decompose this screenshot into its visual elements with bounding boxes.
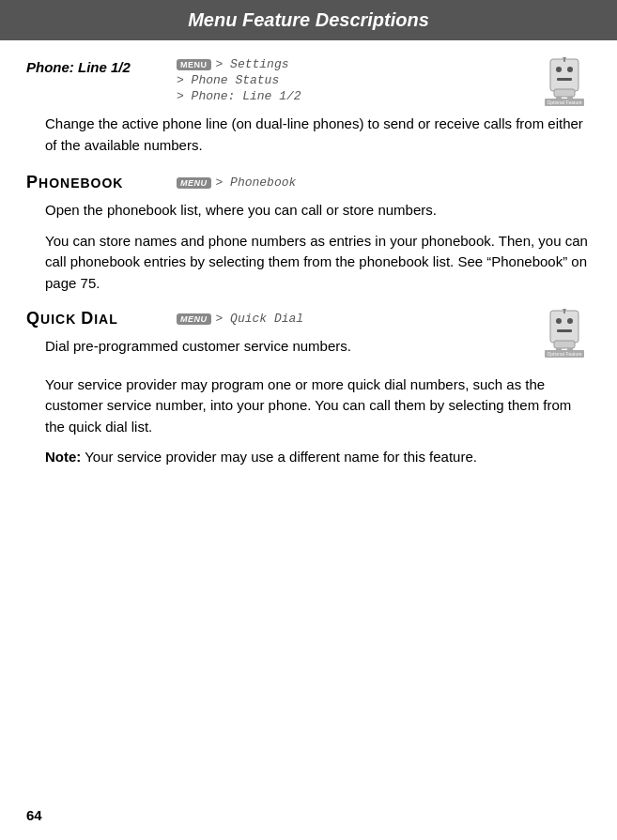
svg-point-12 xyxy=(556,318,562,324)
phone-line-section: Phone: Line 1/2 MENU > Settings > Phone … xyxy=(26,57,591,156)
menu-badge-1: MENU xyxy=(177,59,211,70)
svg-rect-6 xyxy=(554,89,575,97)
optional-feature-icon-2: Optional Feature xyxy=(541,309,588,358)
svg-point-2 xyxy=(567,67,573,72)
menu-path-line-3: > Phone: Line 1/2 xyxy=(177,89,538,103)
svg-rect-3 xyxy=(557,78,572,81)
phonebook-title-rest: HONEBOOK xyxy=(39,176,123,191)
quick-dial-title: QUICK DIAL xyxy=(26,309,177,328)
quick-dial-desc2: Your service provider may program one or… xyxy=(45,374,591,438)
svg-text:Optional Feature: Optional Feature xyxy=(547,99,581,105)
quick-dial-menu-path: MENU > Quick Dial xyxy=(177,312,303,326)
page-title: Menu Feature Descriptions xyxy=(188,9,429,30)
quick-dial-desc1: Dial pre-programmed customer service num… xyxy=(45,336,529,358)
phonebook-desc2: You can store names and phone numbers as… xyxy=(45,231,591,295)
path-phone-status: > Phone Status xyxy=(177,73,279,87)
path-phonebook: > Phonebook xyxy=(216,176,297,190)
page-header: Menu Feature Descriptions xyxy=(0,0,617,40)
optional-feature-badge-2: Optional Feature xyxy=(538,309,591,358)
page-number: 64 xyxy=(26,807,42,823)
quick-dial-d: D xyxy=(81,309,94,328)
svg-rect-17 xyxy=(554,341,575,348)
phone-line-header: Phone: Line 1/2 MENU > Settings > Phone … xyxy=(26,57,591,106)
quick-dial-q: Q xyxy=(26,309,40,328)
path-quick-dial: > Quick Dial xyxy=(216,312,304,326)
menu-badge-phonebook: MENU xyxy=(177,177,211,189)
svg-point-13 xyxy=(567,318,573,324)
menu-path-line-1: MENU > Settings xyxy=(177,57,538,71)
phonebook-title: PHONEBOOK xyxy=(26,173,177,192)
svg-rect-14 xyxy=(557,329,572,332)
quick-dial-note: Note: Your service provider may use a di… xyxy=(45,447,591,468)
note-label: Note: xyxy=(45,449,81,465)
svg-point-1 xyxy=(556,67,562,72)
svg-text:Optional Feature: Optional Feature xyxy=(547,351,581,357)
menu-badge-quickdial: MENU xyxy=(177,313,211,325)
optional-feature-badge-1: Optional Feature xyxy=(538,57,591,106)
path-phone-line: > Phone: Line 1/2 xyxy=(177,89,301,103)
note-content: Your service provider may use a differen… xyxy=(81,449,477,465)
phone-line-menu-path: MENU > Settings > Phone Status > Phone: … xyxy=(177,57,538,105)
quick-dial-ial: IAL xyxy=(94,312,118,327)
quick-dial-section: QUICK DIAL MENU > Quick Dial Dial pre-pr… xyxy=(26,309,591,468)
phone-line-description: Change the active phone line (on dual-li… xyxy=(45,114,591,156)
phonebook-desc1: Open the phonebook list, where you can c… xyxy=(45,200,591,221)
phonebook-section: PHONEBOOK MENU > Phonebook Open the phon… xyxy=(26,173,591,294)
menu-path-line-2: > Phone Status xyxy=(177,73,538,87)
path-settings: > Settings xyxy=(216,57,289,71)
phonebook-title-p: P xyxy=(26,173,39,191)
phone-line-title: Phone: Line 1/2 xyxy=(26,57,177,75)
quick-dial-header: QUICK DIAL MENU > Quick Dial Dial pre-pr… xyxy=(26,309,591,367)
main-content: Phone: Line 1/2 MENU > Settings > Phone … xyxy=(0,40,617,512)
optional-feature-icon-1: Optional Feature xyxy=(541,57,588,106)
svg-rect-0 xyxy=(550,59,578,91)
phonebook-heading: PHONEBOOK MENU > Phonebook xyxy=(26,173,591,192)
quick-dial-left: QUICK DIAL MENU > Quick Dial Dial pre-pr… xyxy=(26,309,529,367)
quick-dial-title-row: QUICK DIAL MENU > Quick Dial xyxy=(26,309,529,328)
quick-dial-uick: UICK xyxy=(40,312,81,327)
svg-rect-11 xyxy=(550,311,578,343)
phonebook-menu-path: MENU > Phonebook xyxy=(177,176,296,190)
